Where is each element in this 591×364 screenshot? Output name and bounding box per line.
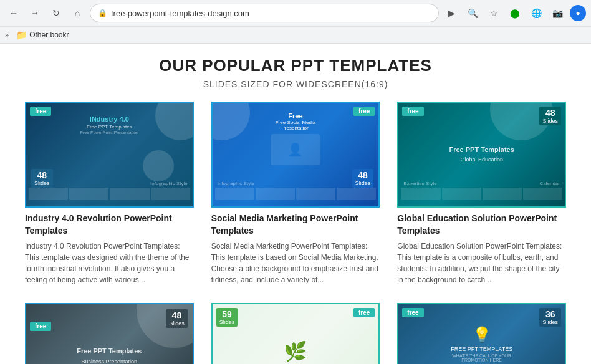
template-info-3: Global Education Solution PowerPoint Tem…: [397, 208, 566, 288]
template-name-2: Social Media Marketing PowerPoint Templa…: [211, 213, 380, 237]
slides-badge-6: 36 Slides: [539, 308, 561, 327]
home-button[interactable]: ⌂: [69, 4, 86, 22]
bookmark-button[interactable]: ☆: [485, 4, 502, 22]
slides-label-4: Slides: [169, 320, 185, 327]
mini-slides-3: [398, 188, 565, 200]
slides-label-1: Slides: [34, 180, 50, 186]
forward-button[interactable]: →: [26, 4, 44, 22]
template-desc-1: Industry 4.0 Revolution PowerPoint Templ…: [25, 241, 194, 285]
download-button[interactable]: ⬤: [506, 4, 524, 22]
browser-actions: ▶ 🔍 ☆ ⬤ 🌐 📷 ●: [443, 4, 586, 22]
template-name-3: Global Education Solution PowerPoint Tem…: [397, 213, 566, 237]
double-center-text: Free PPT Templates Business Presentation: [72, 347, 147, 364]
template-name-1: Industry 4.0 Revolution PowerPoint Templ…: [25, 213, 194, 237]
bookmark-folder-other[interactable]: 📁 Other bookr: [12, 29, 72, 41]
slides-label-3: Slides: [542, 118, 558, 124]
template-thumb-6: free 36 Slides 💡 FREE PPT TEMPLATES WHAT…: [397, 303, 566, 364]
slides-count-2: 48: [355, 170, 371, 180]
address-bar[interactable]: 🔒 free-powerpoint-templates-design.com: [90, 4, 439, 22]
url-text: free-powerpoint-templates-design.com: [111, 9, 431, 18]
page-subtitle: SLIDES SIZED FOR WIDESCREEN(16:9): [25, 79, 566, 89]
mini-slides-2: [213, 188, 379, 200]
browser-chrome: ← → ↻ ⌂ 🔒 free-powerpoint-templates-desi…: [0, 0, 591, 44]
search-button[interactable]: 🔍: [464, 4, 481, 22]
template-card-plant[interactable]: 59 Slides free 🌿 Free PPT Templates: [211, 303, 380, 364]
slides-count-5: 59: [219, 309, 235, 319]
template-desc-3: Global Education Solution PowerPoint Tem…: [397, 241, 566, 285]
bookmark-label: Other bookr: [29, 31, 69, 39]
free-badge-6: free: [402, 308, 423, 317]
bookmarks-arrow[interactable]: »: [5, 31, 9, 39]
industry-subtitle: Free PPT Templates: [69, 124, 150, 130]
free-badge-3: free: [402, 107, 423, 116]
edu-center-text: Free PPT Templates Global Education: [444, 145, 519, 164]
slides-badge-2: 48 Slides: [352, 169, 374, 188]
lock-icon: 🔒: [98, 9, 107, 17]
template-thumb-1: free INdustry 4.0 Free PPT Templates Fre…: [25, 102, 194, 208]
bookmarks-bar: » 📁 Other bookr: [0, 26, 591, 43]
template-info-2: Social Media Marketing PowerPoint Templa…: [211, 208, 380, 288]
page-header: OUR POPULAR PPT TEMPLATES SLIDES SIZED F…: [25, 56, 566, 89]
template-info-1: Industry 4.0 Revolution PowerPoint Templ…: [25, 208, 194, 288]
page-title: OUR POPULAR PPT TEMPLATES: [25, 56, 566, 75]
slides-label-5: Slides: [219, 319, 235, 325]
plant-center: 🌿 Free PPT Templates: [266, 340, 325, 364]
slides-badge-1: 48 Slides: [31, 169, 53, 188]
browser-toolbar: ← → ↻ ⌂ 🔒 free-powerpoint-templates-desi…: [0, 0, 591, 26]
template-desc-2: Social Media Marketing PowerPoint Templa…: [211, 241, 380, 285]
template-card-education[interactable]: free 48 Slides Free PPT Templates Global…: [397, 102, 566, 288]
slides-label-2: Slides: [355, 180, 371, 186]
profile-avatar[interactable]: ●: [570, 5, 586, 21]
template-thumb-2: free Free Free Social Media Presentation…: [211, 102, 380, 208]
thumb-inner-5: 59 Slides free 🌿 Free PPT Templates: [213, 304, 379, 364]
slides-count-6: 36: [542, 309, 558, 319]
template-thumb-3: free 48 Slides Free PPT Templates Global…: [397, 102, 566, 208]
free-badge-1: free: [30, 107, 51, 116]
image-button[interactable]: 📷: [549, 4, 566, 22]
folder-icon: 📁: [16, 30, 27, 40]
slides-badge-3: 48 Slides: [539, 107, 561, 125]
thumb-inner-4: 48 Slides free Free PPT Templates Busine…: [26, 304, 193, 364]
cast-button[interactable]: ▶: [443, 4, 460, 22]
slides-count-4: 48: [169, 310, 185, 320]
slides-badge-4: 48 Slides: [166, 309, 188, 328]
thumb-inner-3: free 48 Slides Free PPT Templates Global…: [398, 103, 565, 206]
slides-label-6: Slides: [542, 319, 558, 325]
template-card-industry[interactable]: free INdustry 4.0 Free PPT Templates Fre…: [25, 102, 194, 288]
thumb-inner-2: free Free Free Social Media Presentation…: [213, 103, 379, 206]
mini-slides-1: [26, 188, 193, 200]
template-thumb-4: 48 Slides free Free PPT Templates Busine…: [25, 303, 194, 364]
free-badge-4: free: [30, 322, 51, 331]
templates-grid: free INdustry 4.0 Free PPT Templates Fre…: [25, 102, 566, 364]
slides-badge-5: 59 Slides: [216, 308, 238, 327]
refresh-button[interactable]: ↻: [47, 4, 65, 22]
slides-count-3: 48: [542, 108, 558, 118]
thumb-inner-1: free INdustry 4.0 Free PPT Templates Fre…: [26, 103, 193, 206]
back-button[interactable]: ←: [5, 4, 22, 22]
free-badge-2: free: [353, 107, 375, 116]
thumb-inner-6: free 36 Slides 💡 FREE PPT TEMPLATES WHAT…: [398, 304, 565, 364]
globe-button[interactable]: 🌐: [527, 4, 545, 22]
free-badge-5: free: [353, 308, 375, 317]
template-card-double[interactable]: 48 Slides free Free PPT Templates Busine…: [25, 303, 194, 364]
template-thumb-5: 59 Slides free 🌿 Free PPT Templates: [211, 303, 380, 364]
creative-center: 💡 FREE PPT TEMPLATES WHAT'S THE CALL OF …: [440, 326, 523, 362]
industry-title: INdustry 4.0: [69, 115, 150, 123]
social-center-text: Free Free Social Media Presentation: [261, 112, 330, 131]
template-card-social[interactable]: free Free Free Social Media Presentation…: [211, 102, 380, 288]
slides-count-1: 48: [34, 170, 50, 180]
template-card-creative[interactable]: free 36 Slides 💡 FREE PPT TEMPLATES WHAT…: [397, 303, 566, 364]
page-content: OUR POPULAR PPT TEMPLATES SLIDES SIZED F…: [0, 44, 591, 364]
